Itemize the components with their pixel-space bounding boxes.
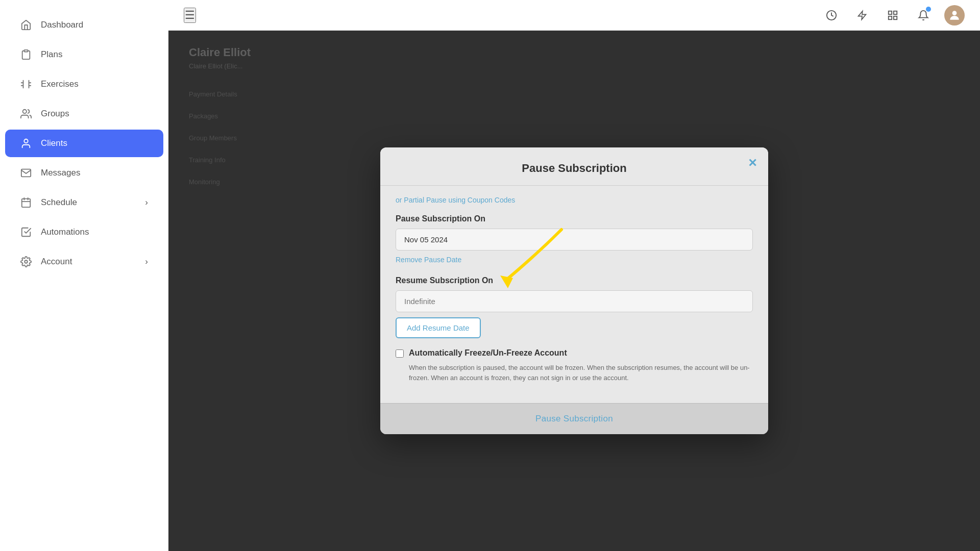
sidebar-item-groups[interactable]: Groups — [5, 100, 163, 128]
sidebar-item-schedule-label: Schedule — [41, 197, 77, 208]
sidebar-item-plans[interactable]: Plans — [5, 41, 163, 68]
users-icon — [20, 108, 32, 119]
bolt-button[interactable] — [852, 6, 872, 25]
notification-dot — [926, 7, 931, 12]
modal-title: Pause Subscription — [396, 162, 753, 175]
sidebar-item-clients-label: Clients — [41, 138, 67, 148]
main-area: ☰ Claire Elliot Claire — [168, 0, 980, 551]
dumbbell-icon — [20, 79, 32, 90]
sidebar-item-messages[interactable]: Messages — [5, 159, 163, 187]
resume-date-input[interactable] — [396, 290, 753, 312]
check-square-icon — [20, 227, 32, 238]
clipboard-icon — [20, 49, 32, 60]
modal-overlay: Pause Subscription ✕ or Partial Pause us… — [168, 31, 980, 551]
freeze-checkbox-label: Automatically Freeze/Un-Freeze Account — [409, 348, 567, 358]
sidebar-item-account-label: Account — [41, 257, 72, 267]
resume-on-label: Resume Subscription On — [396, 276, 753, 285]
home-icon — [20, 19, 32, 31]
sidebar-item-schedule[interactable]: Schedule › — [5, 189, 163, 216]
svg-rect-0 — [24, 50, 28, 52]
bolt-icon — [857, 10, 867, 21]
sidebar-item-groups-label: Groups — [41, 109, 69, 119]
sidebar-item-exercises-label: Exercises — [41, 79, 79, 89]
page-content: Claire Elliot Claire Elliot (Elic... Pay… — [168, 31, 980, 551]
schedule-chevron-icon: › — [145, 197, 148, 208]
notification-button[interactable] — [914, 6, 933, 25]
add-resume-date-button[interactable]: Add Resume Date — [396, 317, 481, 338]
sidebar-item-automations[interactable]: Automations — [5, 218, 163, 246]
grid-button[interactable] — [883, 6, 902, 25]
grid-icon — [887, 10, 898, 21]
sidebar-item-automations-label: Automations — [41, 227, 89, 237]
pause-subscription-modal: Pause Subscription ✕ or Partial Pause us… — [380, 147, 768, 434]
modal-footer: Pause Subscription — [380, 403, 768, 434]
freeze-checkbox[interactable] — [396, 349, 404, 358]
freeze-section: Automatically Freeze/Un-Freeze Account W… — [396, 348, 753, 383]
menu-button[interactable]: ☰ — [184, 8, 196, 23]
svg-rect-3 — [22, 199, 31, 208]
sidebar-item-messages-label: Messages — [41, 168, 80, 178]
svg-rect-12 — [894, 16, 897, 19]
sidebar-item-account[interactable]: Account › — [5, 248, 163, 276]
avatar-icon — [948, 9, 961, 22]
remove-pause-date-button[interactable]: Remove Pause Date — [396, 254, 461, 266]
sidebar-item-plans-label: Plans — [41, 49, 63, 60]
sidebar-item-exercises[interactable]: Exercises — [5, 70, 163, 98]
gear-icon — [20, 256, 32, 267]
pause-on-label: Pause Subscription On — [396, 214, 753, 223]
modal-body: or Partial Pause using Coupon Codes Paus… — [380, 186, 768, 403]
pause-date-input[interactable] — [396, 229, 753, 251]
svg-point-2 — [24, 139, 28, 143]
svg-point-1 — [23, 110, 27, 113]
sidebar: Dashboard Plans Exercises Groups Clients… — [0, 0, 168, 551]
sidebar-item-dashboard[interactable]: Dashboard — [5, 11, 163, 39]
svg-rect-10 — [889, 11, 892, 14]
resume-on-section: Resume Subscription On Add Resume Date — [396, 276, 753, 338]
history-icon — [826, 10, 837, 21]
sidebar-item-clients[interactable]: Clients — [5, 130, 163, 157]
person-icon — [20, 138, 32, 149]
coupon-codes-link[interactable]: or Partial Pause using Coupon Codes — [396, 196, 753, 204]
freeze-description: When the subscription is paused, the acc… — [409, 363, 753, 383]
freeze-checkbox-row: Automatically Freeze/Un-Freeze Account — [396, 348, 753, 358]
pause-subscription-button[interactable]: Pause Subscription — [380, 404, 768, 434]
account-chevron-icon: › — [145, 257, 148, 267]
pause-on-section: Pause Subscription On Remove Pause Date — [396, 214, 753, 266]
mail-icon — [20, 167, 32, 179]
modal-header: Pause Subscription ✕ — [380, 147, 768, 186]
svg-rect-13 — [889, 16, 892, 19]
svg-point-14 — [952, 11, 957, 15]
header: ☰ — [168, 0, 980, 31]
avatar[interactable] — [944, 5, 965, 26]
sidebar-item-dashboard-label: Dashboard — [41, 20, 83, 30]
svg-point-7 — [24, 260, 28, 263]
modal-close-button[interactable]: ✕ — [748, 157, 757, 170]
svg-marker-9 — [859, 11, 866, 19]
calendar-icon — [20, 197, 32, 208]
svg-rect-11 — [894, 11, 897, 14]
header-icons — [822, 5, 965, 26]
history-button[interactable] — [822, 6, 841, 25]
